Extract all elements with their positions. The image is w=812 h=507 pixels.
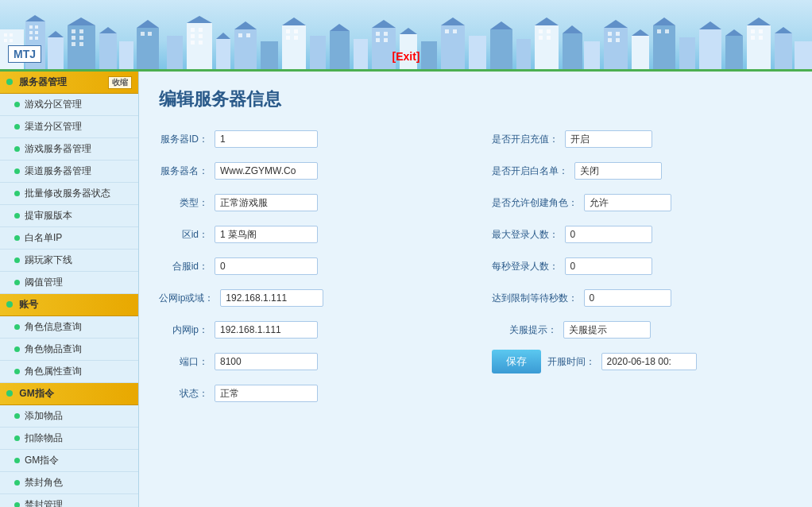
svg-rect-41 bbox=[234, 29, 257, 69]
close-hint-input[interactable] bbox=[563, 321, 651, 339]
sidebar-item-whitelist-ip[interactable]: 白名单IP bbox=[0, 227, 138, 250]
svg-rect-77 bbox=[539, 36, 543, 40]
max-login-input[interactable] bbox=[565, 226, 652, 243]
svg-rect-22 bbox=[79, 42, 83, 46]
port-row: 端口： bbox=[159, 350, 460, 373]
svg-marker-47 bbox=[282, 17, 306, 25]
svg-marker-63 bbox=[400, 28, 417, 34]
wait-secs-input[interactable] bbox=[584, 289, 671, 307]
sidebar-section-account[interactable]: 账号 bbox=[0, 294, 138, 316]
svg-rect-58 bbox=[376, 32, 380, 36]
sidebar-item-channel-server[interactable]: 渠道服务器管理 bbox=[0, 161, 138, 183]
svg-rect-28 bbox=[141, 32, 145, 36]
svg-rect-43 bbox=[238, 33, 242, 37]
sidebar-item-role-info[interactable]: 角色信息查询 bbox=[0, 316, 138, 339]
sidebar-item-ban-role[interactable]: 禁封角色 bbox=[0, 472, 138, 494]
section-dot2 bbox=[6, 301, 13, 308]
svg-rect-34 bbox=[199, 28, 203, 32]
sidebar-item-add-item[interactable]: 添加物品 bbox=[0, 405, 138, 428]
sidebar-section-server-mgmt[interactable]: 服务器管理 收缩 bbox=[0, 72, 138, 94]
svg-rect-72 bbox=[516, 39, 531, 69]
section-dot3 bbox=[6, 390, 13, 397]
svg-rect-48 bbox=[286, 29, 290, 33]
collapse-button[interactable]: 收缩 bbox=[108, 76, 132, 89]
type-input[interactable] bbox=[215, 194, 318, 211]
svg-marker-54 bbox=[330, 24, 350, 31]
sidebar-item-game-server[interactable]: 游戏服务器管理 bbox=[0, 138, 138, 161]
svg-marker-71 bbox=[490, 21, 512, 29]
whitelist-row: 是否开启白名单： bbox=[492, 159, 793, 183]
sidebar-section-account-label: 账号 bbox=[6, 298, 38, 312]
recharge-row: 是否开启充值： bbox=[492, 127, 793, 151]
svg-rect-44 bbox=[246, 33, 250, 37]
recharge-input[interactable] bbox=[565, 130, 652, 148]
svg-marker-96 bbox=[699, 21, 721, 29]
sidebar-item-remove-item[interactable]: 扣除物品 bbox=[0, 428, 138, 450]
sidebar-item-channel-zone[interactable]: 渠道分区管理 bbox=[0, 116, 138, 138]
svg-rect-70 bbox=[490, 29, 512, 69]
merge-id-input[interactable] bbox=[215, 257, 318, 275]
svg-marker-100 bbox=[747, 17, 771, 25]
svg-rect-107 bbox=[795, 41, 812, 69]
sidebar-section-server-mgmt-label: 服务器管理 bbox=[6, 75, 67, 89]
svg-rect-76 bbox=[547, 29, 551, 33]
svg-rect-9 bbox=[29, 31, 33, 34]
svg-rect-88 bbox=[632, 36, 649, 69]
svg-rect-105 bbox=[775, 33, 792, 69]
create-role-input[interactable] bbox=[584, 194, 671, 211]
server-id-input[interactable] bbox=[215, 130, 318, 148]
sidebar-item-batch-status[interactable]: 批量修改服务器状态 bbox=[0, 183, 138, 205]
form-container: 服务器ID： 服务器名： 类型： 区id： bbox=[159, 127, 792, 405]
svg-rect-33 bbox=[191, 28, 195, 32]
sidebar-section-gm-label: GM指令 bbox=[6, 387, 54, 401]
save-button[interactable]: 保存 bbox=[492, 350, 541, 373]
zone-id-input[interactable] bbox=[215, 226, 318, 243]
sidebar-item-gm-cmd[interactable]: GM指令 bbox=[0, 450, 138, 472]
svg-rect-29 bbox=[148, 32, 152, 36]
svg-rect-17 bbox=[72, 29, 75, 33]
svg-marker-40 bbox=[216, 33, 230, 39]
close-hint-row: 关服提示： bbox=[492, 318, 793, 342]
svg-marker-98 bbox=[725, 29, 743, 36]
svg-marker-66 bbox=[441, 17, 465, 25]
content-area: 编辑服务器信息 服务器ID： 服务器名： 类型： bbox=[139, 72, 812, 507]
sidebar-item-role-attr[interactable]: 角色属性查询 bbox=[0, 361, 138, 383]
zone-id-label: 区id： bbox=[159, 228, 215, 242]
open-time-input[interactable] bbox=[601, 353, 697, 370]
svg-rect-10 bbox=[35, 31, 38, 34]
type-label: 类型： bbox=[159, 196, 215, 210]
port-input[interactable] bbox=[215, 353, 318, 370]
svg-rect-38 bbox=[199, 41, 203, 45]
svg-rect-51 bbox=[294, 36, 298, 40]
svg-rect-97 bbox=[725, 36, 743, 69]
server-name-input[interactable] bbox=[215, 162, 318, 180]
sidebar-item-ban-mgmt[interactable]: 禁封管理 bbox=[0, 494, 138, 507]
svg-rect-1 bbox=[4, 33, 7, 37]
svg-rect-85 bbox=[616, 32, 620, 36]
sidebar-item-role-items[interactable]: 角色物品查询 bbox=[0, 339, 138, 361]
exit-button[interactable]: [Exit] bbox=[392, 50, 420, 63]
inner-ip-input[interactable] bbox=[215, 321, 318, 339]
svg-rect-84 bbox=[608, 32, 612, 36]
sidebar-item-submit-version[interactable]: 提审服版本 bbox=[0, 205, 138, 227]
header: MTJ [Exit] bbox=[0, 0, 812, 72]
inner-ip-label: 内网ip： bbox=[159, 323, 215, 337]
public-ip-label: 公网ip或域： bbox=[159, 292, 220, 305]
svg-marker-57 bbox=[372, 20, 396, 28]
whitelist-input[interactable] bbox=[574, 162, 662, 180]
svg-rect-68 bbox=[453, 29, 457, 33]
sidebar-item-kick-player[interactable]: 踢玩家下线 bbox=[0, 250, 138, 272]
public-ip-input[interactable] bbox=[220, 289, 323, 307]
svg-rect-87 bbox=[616, 38, 620, 42]
svg-rect-92 bbox=[657, 29, 661, 33]
svg-marker-83 bbox=[604, 20, 628, 28]
status-input[interactable] bbox=[215, 385, 318, 402]
status-label: 状态： bbox=[159, 387, 215, 401]
svg-marker-89 bbox=[632, 29, 649, 36]
sidebar-item-threshold[interactable]: 阈值管理 bbox=[0, 272, 138, 294]
login-per-sec-input[interactable] bbox=[565, 257, 652, 275]
sidebar-section-gm[interactable]: GM指令 bbox=[0, 383, 138, 405]
form-right-col: 是否开启充值： 是否开启白名单： 是否允许创建角色： 最大登录人数： bbox=[492, 127, 793, 405]
sidebar-item-game-zone[interactable]: 游戏分区管理 bbox=[0, 94, 138, 116]
merge-id-row: 合服id： bbox=[159, 254, 460, 278]
